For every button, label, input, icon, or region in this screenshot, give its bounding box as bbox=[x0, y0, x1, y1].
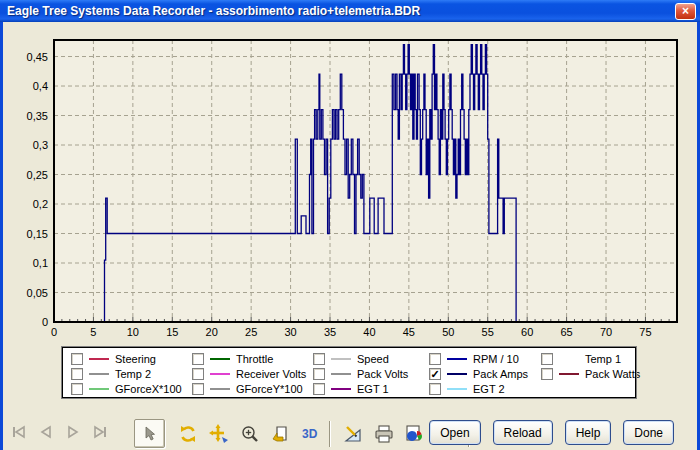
checkbox-pack-watts[interactable] bbox=[541, 368, 553, 380]
svg-text:0,45: 0,45 bbox=[27, 51, 48, 63]
label-gforcey: GForceY*100 bbox=[236, 383, 303, 395]
checkbox-steering[interactable] bbox=[71, 353, 83, 365]
next-record-icon[interactable] bbox=[64, 424, 82, 440]
svg-text:0,05: 0,05 bbox=[27, 287, 48, 299]
first-record-icon[interactable] bbox=[10, 424, 28, 440]
svg-text:45: 45 bbox=[403, 326, 415, 338]
svg-text:70: 70 bbox=[600, 326, 612, 338]
legend-item-temp2: Temp 2 bbox=[71, 366, 192, 381]
3d-view-icon[interactable]: 3D bbox=[300, 427, 319, 441]
window-title: Eagle Tree Systems Data Recorder - assor… bbox=[7, 4, 420, 18]
legend-item-pack-amps: ✓Pack Amps bbox=[429, 366, 541, 381]
svg-text:0,15: 0,15 bbox=[27, 228, 48, 240]
swatch-rpm bbox=[447, 358, 467, 360]
checkbox-throttle[interactable] bbox=[192, 353, 204, 365]
select-cursor-button[interactable] bbox=[134, 419, 165, 448]
svg-text:0,3: 0,3 bbox=[33, 139, 48, 151]
svg-text:35: 35 bbox=[324, 326, 336, 338]
checkbox-egt2[interactable] bbox=[429, 383, 441, 395]
action-buttons: Open Reload Help Done bbox=[429, 420, 674, 445]
legend-item-egt2: EGT 2 bbox=[429, 381, 541, 396]
checkbox-rpm[interactable] bbox=[429, 353, 441, 365]
checkbox-egt1[interactable] bbox=[313, 383, 325, 395]
svg-text:0,1: 0,1 bbox=[33, 257, 48, 269]
checkbox-receiver-volts[interactable] bbox=[192, 368, 204, 380]
checkbox-gforcey[interactable] bbox=[192, 383, 204, 395]
measure-chart-icon[interactable] bbox=[341, 422, 365, 446]
legend-item-pack-watts: Pack Watts bbox=[541, 366, 640, 381]
label-throttle: Throttle bbox=[236, 353, 273, 365]
swatch-egt1 bbox=[331, 388, 351, 390]
pan-axes-icon[interactable] bbox=[207, 422, 231, 446]
checkbox-pack-amps[interactable]: ✓ bbox=[429, 368, 441, 380]
legend-item-rpm: RPM / 10 bbox=[429, 351, 541, 366]
legend-panel: Steering Throttle Speed RPM / 10 Temp 1 … bbox=[62, 347, 636, 398]
swatch-throttle bbox=[210, 358, 230, 360]
svg-text:30: 30 bbox=[284, 326, 296, 338]
done-button[interactable]: Done bbox=[623, 420, 674, 445]
svg-text:20: 20 bbox=[206, 326, 218, 338]
swatch-speed bbox=[331, 358, 351, 360]
close-button[interactable]: × bbox=[675, 3, 696, 20]
svg-text:40: 40 bbox=[363, 326, 375, 338]
legend-item-egt1: EGT 1 bbox=[313, 381, 429, 396]
swatch-receiver-volts bbox=[210, 373, 230, 375]
svg-text:65: 65 bbox=[560, 326, 572, 338]
title-bar[interactable]: Eagle Tree Systems Data Recorder - assor… bbox=[0, 0, 700, 22]
label-egt2: EGT 2 bbox=[473, 383, 505, 395]
last-record-icon[interactable] bbox=[91, 424, 109, 440]
svg-text:60: 60 bbox=[521, 326, 533, 338]
label-speed: Speed bbox=[357, 353, 389, 365]
svg-text:55: 55 bbox=[482, 326, 494, 338]
label-egt1: EGT 1 bbox=[357, 383, 389, 395]
swatch-pack-volts bbox=[331, 373, 351, 375]
checkbox-temp2[interactable] bbox=[71, 368, 83, 380]
swatch-steering bbox=[89, 358, 109, 360]
copy-page-icon[interactable] bbox=[269, 422, 293, 446]
legend-item-receiver-volts: Receiver Volts bbox=[192, 366, 313, 381]
swatch-egt2 bbox=[447, 388, 467, 390]
svg-text:0: 0 bbox=[42, 316, 48, 328]
svg-text:25: 25 bbox=[245, 326, 257, 338]
legend-item-temp1: Temp 1 bbox=[541, 351, 640, 366]
swatch-pack-amps bbox=[447, 373, 467, 375]
open-button[interactable]: Open bbox=[429, 420, 480, 445]
checkbox-gforcex[interactable] bbox=[71, 383, 83, 395]
legend-item-pack-volts: Pack Volts bbox=[313, 366, 429, 381]
svg-text:50: 50 bbox=[442, 326, 454, 338]
label-gforcex: GForceX*100 bbox=[115, 383, 182, 395]
label-temp1: Temp 1 bbox=[585, 353, 621, 365]
toolbar-separator bbox=[329, 421, 331, 447]
chart-canvas[interactable]: 05101520253035404550556065707500,050,10,… bbox=[0, 22, 700, 347]
svg-text:0,2: 0,2 bbox=[33, 198, 48, 210]
label-rpm: RPM / 10 bbox=[473, 353, 519, 365]
checkbox-pack-volts[interactable] bbox=[313, 368, 325, 380]
cursor-arrow-icon bbox=[142, 426, 158, 442]
svg-text:0,35: 0,35 bbox=[27, 110, 48, 122]
previous-record-icon[interactable] bbox=[37, 424, 55, 440]
print-icon[interactable] bbox=[372, 422, 396, 446]
help-button[interactable]: Help bbox=[565, 420, 612, 445]
checkbox-temp1[interactable] bbox=[541, 353, 553, 365]
label-pack-amps: Pack Amps bbox=[473, 368, 528, 380]
legend-item-steering: Steering bbox=[71, 351, 192, 366]
rotate-chart-icon[interactable] bbox=[176, 422, 200, 446]
checkbox-speed[interactable] bbox=[313, 353, 325, 365]
svg-text:15: 15 bbox=[166, 326, 178, 338]
label-pack-watts: Pack Watts bbox=[585, 368, 640, 380]
swatch-temp1 bbox=[559, 358, 579, 360]
zoom-icon[interactable] bbox=[238, 422, 262, 446]
svg-text:75: 75 bbox=[639, 326, 651, 338]
svg-text:0: 0 bbox=[51, 326, 57, 338]
reload-button[interactable]: Reload bbox=[493, 420, 553, 445]
svg-text:0,25: 0,25 bbox=[27, 169, 48, 181]
legend-item-speed: Speed bbox=[313, 351, 429, 366]
record-nav-group bbox=[10, 424, 109, 440]
legend-item-gforcey: GForceY*100 bbox=[192, 381, 313, 396]
svg-text:0,4: 0,4 bbox=[33, 80, 48, 92]
swatch-pack-watts bbox=[559, 373, 579, 375]
legend-item-throttle: Throttle bbox=[192, 351, 313, 366]
export-image-icon[interactable] bbox=[403, 422, 427, 446]
swatch-gforcex bbox=[89, 388, 109, 390]
swatch-temp2 bbox=[89, 373, 109, 375]
